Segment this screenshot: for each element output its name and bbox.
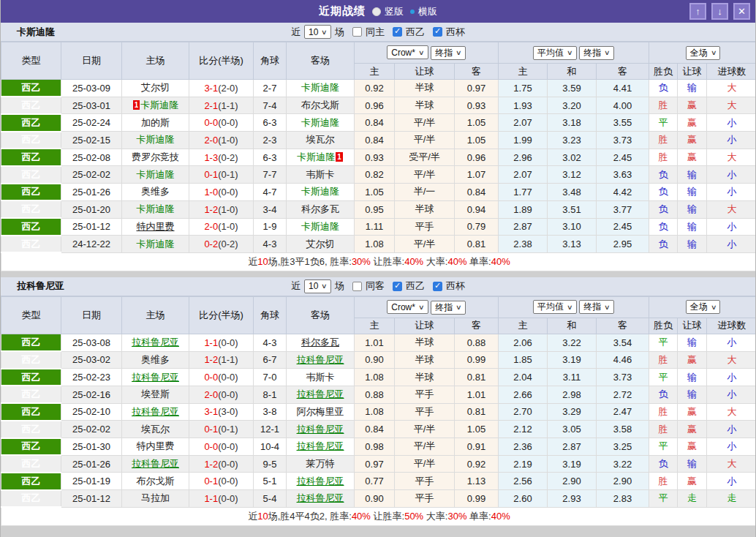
league-checkbox[interactable]: [393, 282, 402, 291]
result-cell: 胜: [649, 473, 678, 490]
date-cell: 25-02-24: [61, 114, 122, 132]
date-cell: 25-01-26: [61, 455, 122, 473]
odds-time-select[interactable]: 终指∨: [431, 46, 466, 60]
home-team-cell: 卡斯迪隆: [122, 200, 189, 218]
scope-select[interactable]: 全场∨: [686, 46, 721, 60]
team-link[interactable]: 卡斯迪隆: [301, 82, 339, 93]
team-link[interactable]: 卡斯迪隆: [301, 221, 339, 232]
team-link[interactable]: 拉科鲁尼亚: [132, 337, 179, 348]
team-link[interactable]: 韦斯卡: [306, 372, 335, 383]
col-header-away: 客场: [287, 42, 355, 80]
cup-checkbox[interactable]: [433, 282, 442, 291]
avg-home-cell: 1.93: [499, 97, 548, 114]
score-cell: 2-1(1-1): [189, 97, 254, 114]
scope-select[interactable]: 全场∨: [686, 300, 721, 314]
away-team: 拉科鲁尼亚: [297, 354, 344, 365]
odds-source-select[interactable]: Crow*∨: [387, 45, 428, 59]
score-cell: 1-1(0-0): [189, 334, 254, 351]
avg-time-select[interactable]: 终指∨: [579, 300, 614, 314]
team-link[interactable]: 拉科鲁尼亚: [297, 388, 344, 399]
odds-time-select[interactable]: 终指∨: [431, 301, 466, 315]
league-checkbox[interactable]: [393, 27, 402, 37]
radio-vertical-icon[interactable]: [372, 7, 381, 16]
team-link[interactable]: 拉科鲁尼亚: [297, 492, 344, 503]
team-link[interactable]: 卡斯迪隆: [137, 239, 175, 249]
odds-source-select[interactable]: Crow*∨: [387, 300, 428, 314]
summary-row: 近10场,胜3平1负6, 胜率:30% 让胜率:40% 大率:40% 单率:40…: [1, 252, 756, 271]
team-link[interactable]: 卡斯迪隆: [297, 151, 335, 162]
team-link[interactable]: 卡斯迪隆: [137, 169, 175, 180]
team-link[interactable]: 加的斯: [141, 117, 170, 128]
team-link[interactable]: 拉科鲁尼亚: [132, 458, 179, 469]
team-link[interactable]: 卡斯迪隆: [137, 203, 175, 214]
avg-home-cell: 2.36: [499, 438, 548, 456]
league-cell: 西乙: [1, 334, 61, 351]
title-bar: 近期战绩 竖版 横版 ↑ ↓ ✕: [1, 0, 755, 23]
team-link[interactable]: 卡斯迪隆: [301, 186, 339, 197]
team-link[interactable]: 埃瓦尔: [306, 134, 335, 145]
team-link[interactable]: 马拉加: [141, 492, 170, 503]
result-cell: 平: [649, 334, 678, 351]
team-link[interactable]: 特内里费: [137, 440, 175, 451]
avg-home-cell: 2.07: [499, 114, 548, 132]
close-button[interactable]: ✕: [733, 3, 750, 20]
team-link[interactable]: 拉科鲁尼亚: [297, 354, 344, 365]
away-team: 拉科鲁尼亚: [297, 388, 344, 399]
score-half: (0-1): [218, 169, 238, 180]
same-venue-checkbox[interactable]: [352, 282, 362, 291]
team-link[interactable]: 拉科鲁尼亚: [132, 406, 179, 417]
odds-home-cell: 0.77: [355, 473, 395, 490]
team-link[interactable]: 科尔多瓦: [301, 337, 339, 348]
team-link[interactable]: 拉科鲁尼亚: [132, 372, 179, 383]
team-link[interactable]: 拉科鲁尼亚: [297, 440, 344, 451]
team-link[interactable]: 布尔戈斯: [137, 476, 175, 487]
avg-source-select[interactable]: 平均值∨: [533, 300, 577, 314]
scroll-up-button[interactable]: ↑: [689, 3, 706, 20]
avg-time-select[interactable]: 终指∨: [579, 46, 614, 60]
radio-horizontal-icon[interactable]: [410, 10, 415, 14]
recent-count-select[interactable]: 10∨: [304, 279, 331, 293]
team-link[interactable]: 奥维多: [141, 354, 170, 365]
team-link[interactable]: 费罗尔竞技: [132, 151, 179, 162]
away-team: 艾尔切: [306, 239, 335, 249]
team-link[interactable]: 拉科鲁尼亚: [297, 424, 344, 435]
avg-away-cell: 4.00: [597, 97, 649, 114]
team-link[interactable]: 艾尔切: [306, 239, 335, 249]
same-venue-checkbox[interactable]: [352, 27, 362, 37]
team-link[interactable]: 阿尔梅里亚: [297, 406, 344, 417]
score-half: (0-0): [218, 337, 238, 348]
team-link[interactable]: 卡斯迪隆: [301, 117, 339, 128]
avg-draw-cell: 3.02: [548, 149, 597, 166]
team-link[interactable]: 埃瓦尔: [141, 424, 170, 435]
match-row: 西乙 25-03-02 奥维多 1-2(1-1) 6-7 拉科鲁尼亚 0.90 …: [1, 351, 756, 369]
team-link[interactable]: 特内里费: [137, 221, 175, 232]
avg-source-select[interactable]: 平均值∨: [533, 46, 577, 60]
team-link[interactable]: 布尔戈斯: [301, 99, 339, 110]
team-link[interactable]: 卡斯迪隆: [137, 134, 175, 145]
team-link[interactable]: 韦斯卡: [306, 169, 335, 180]
layout-radio-horizontal[interactable]: 横版: [410, 5, 437, 18]
team-link[interactable]: 科尔多瓦: [301, 203, 339, 214]
team-link[interactable]: 艾尔切: [141, 82, 170, 93]
scroll-down-button[interactable]: ↓: [711, 3, 728, 20]
team-link[interactable]: 埃登斯: [141, 388, 170, 399]
cup-checkbox[interactable]: [433, 27, 442, 37]
league-label: 西乙: [406, 279, 425, 293]
team-link[interactable]: 奥维多: [141, 186, 170, 197]
handicap-cell: 平/半: [395, 114, 455, 132]
league-cell: 西乙: [1, 97, 61, 114]
avg-home-cell: 2.19: [499, 455, 548, 473]
recent-count-select[interactable]: 10∨: [304, 25, 331, 39]
home-team: 费罗尔竞技: [132, 151, 179, 162]
home-team: 奥维多: [141, 186, 170, 197]
team-link[interactable]: 拉科鲁尼亚: [297, 476, 344, 487]
score-half: (0-0): [218, 117, 238, 128]
team-link[interactable]: 莱万特: [306, 458, 335, 469]
layout-radio-vertical[interactable]: 竖版: [372, 5, 404, 18]
goals-result-cell: 大: [707, 403, 756, 421]
avg-away-cell: 3.58: [597, 421, 649, 438]
team-link[interactable]: 卡斯迪隆: [140, 99, 178, 110]
avg-away-cell: 4.46: [597, 351, 649, 369]
match-row: 西乙 25-01-26 奥维多 1-0(0-0) 4-7 卡斯迪隆 1.05 半…: [1, 184, 756, 201]
avg-home-cell: 2.04: [499, 369, 548, 386]
